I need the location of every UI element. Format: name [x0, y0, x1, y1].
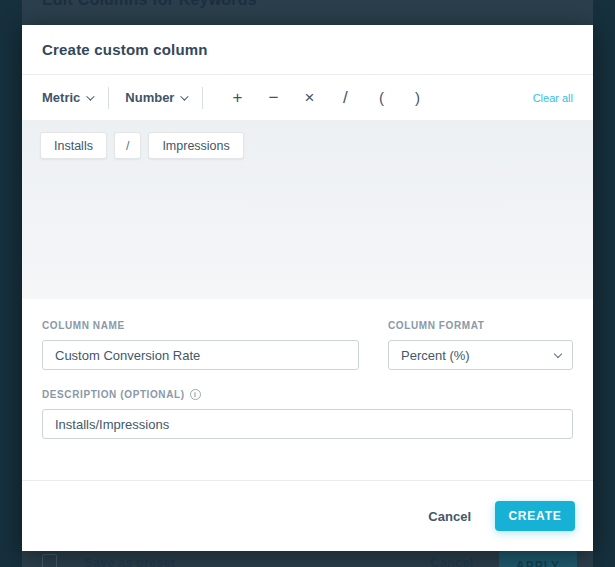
chevron-down-icon [86, 92, 94, 100]
plus-operator-button[interactable]: + [219, 83, 255, 113]
column-format-select[interactable]: Percent (%) [388, 340, 573, 370]
formula-token-impressions[interactable]: Impressions [148, 132, 243, 159]
background-dialog-footer: Save as preset Cancel APPLY [22, 551, 593, 567]
create-button[interactable]: CREATE [495, 501, 575, 531]
column-settings-form: COLUMN NAME COLUMN FORMAT Percent (%) DE… [22, 299, 593, 480]
cancel-button[interactable]: Cancel [428, 509, 471, 524]
modal-footer: Cancel CREATE [22, 480, 593, 551]
column-format-label: COLUMN FORMAT [388, 320, 573, 331]
formula-toolbar: Metric Number + − × / ( ) Clear all [22, 75, 593, 120]
description-input[interactable] [42, 409, 573, 439]
metric-dropdown-label: Metric [42, 90, 80, 105]
modal-title: Create custom column [42, 41, 208, 58]
create-custom-column-modal: Create custom column Metric Number + − ×… [22, 25, 593, 551]
formula-token-divide[interactable]: / [114, 132, 141, 159]
save-as-preset-checkbox[interactable] [42, 554, 57, 567]
divide-operator-button[interactable]: / [327, 83, 363, 113]
number-dropdown-label: Number [125, 90, 174, 105]
modal-header: Create custom column [22, 25, 593, 75]
column-name-input[interactable] [42, 340, 359, 370]
close-paren-button[interactable]: ) [399, 83, 435, 113]
column-name-label: COLUMN NAME [42, 320, 359, 331]
info-icon: i [190, 389, 201, 400]
description-label: DESCRIPTION (OPTIONAL) i [42, 389, 573, 400]
formula-token-installs[interactable]: Installs [40, 132, 107, 159]
multiply-operator-button[interactable]: × [291, 83, 327, 113]
chevron-down-icon [181, 92, 189, 100]
background-dialog-header: Edit Columns for Keywords [22, 0, 593, 25]
minus-operator-button[interactable]: − [255, 83, 291, 113]
number-dropdown[interactable]: Number [125, 90, 186, 105]
toolbar-divider [108, 87, 109, 109]
background-apply-button[interactable]: APPLY [499, 551, 577, 567]
toolbar-divider [202, 87, 203, 109]
background-dialog-title: Edit Columns for Keywords [42, 0, 257, 9]
save-as-preset-label: Save as preset [84, 555, 175, 567]
background-cancel-button[interactable]: Cancel [430, 555, 473, 567]
clear-all-link[interactable]: Clear all [533, 92, 573, 104]
operator-buttons: + − × / ( ) [219, 83, 435, 113]
open-paren-button[interactable]: ( [363, 83, 399, 113]
formula-canvas[interactable]: Installs / Impressions [22, 120, 593, 299]
metric-dropdown[interactable]: Metric [42, 90, 92, 105]
